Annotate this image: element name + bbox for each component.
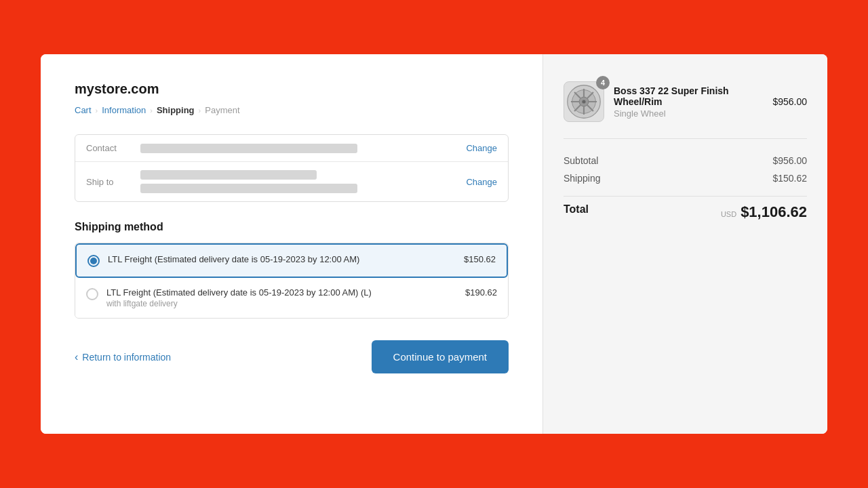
ship-bar-2 [140, 184, 357, 193]
wheel-icon [566, 84, 601, 119]
product-price: $956.00 [772, 96, 807, 107]
total-label: Total [564, 203, 589, 221]
return-label: Return to information [82, 352, 171, 363]
ship-to-label: Ship to [86, 177, 140, 187]
shipping-label: Shipping [564, 173, 601, 184]
product-row: 4 Boss 337 22 Super Finish Wheel/Rim Sin… [564, 81, 807, 139]
ship-to-value [140, 170, 458, 193]
option-2-price: $190.62 [465, 287, 497, 298]
ship-to-change-link[interactable]: Change [466, 177, 497, 187]
contact-row: Contact Change [75, 135, 508, 162]
total-price-wrapper: USD $1,106.62 [721, 203, 807, 221]
shipping-value: $150.62 [772, 173, 807, 184]
subtotal-label: Subtotal [564, 155, 598, 166]
shipping-option-1[interactable]: LTL Freight (Estimated delivery date is … [75, 243, 508, 278]
contact-change-link[interactable]: Change [466, 143, 497, 153]
continue-button[interactable]: Continue to payment [372, 340, 509, 373]
total-row: Total USD $1,106.62 [564, 196, 807, 221]
product-variant: Single Wheel [614, 108, 763, 119]
checkout-container: mystore.com Cart › Information › Shippin… [41, 54, 827, 434]
right-panel: 4 Boss 337 22 Super Finish Wheel/Rim Sin… [542, 54, 827, 434]
contact-value [140, 144, 458, 153]
shipping-method-title: Shipping method [75, 221, 509, 233]
product-name: Boss 337 22 Super Finish Wheel/Rim [614, 85, 763, 107]
breadcrumb-payment: Payment [205, 105, 239, 115]
breadcrumb-shipping: Shipping [157, 105, 195, 115]
total-currency: USD [721, 210, 736, 218]
svg-point-3 [582, 100, 585, 103]
chevron-left-icon: ‹ [75, 351, 78, 363]
shipping-option-2[interactable]: LTL Freight (Estimated delivery date is … [75, 278, 508, 318]
actions-bar: ‹ Return to information Continue to paym… [75, 340, 509, 373]
contact-label: Contact [86, 143, 140, 153]
shipping-options: LTL Freight (Estimated delivery date is … [75, 243, 509, 319]
option-2-title: LTL Freight (Estimated delivery date is … [106, 287, 372, 298]
radio-1 [87, 255, 100, 267]
order-summary: Subtotal $956.00 Shipping $150.62 Total … [564, 155, 807, 221]
shipping-row: Shipping $150.62 [564, 173, 807, 184]
option-1-title: LTL Freight (Estimated delivery date is … [108, 254, 359, 264]
radio-2 [86, 288, 98, 300]
product-badge: 4 [596, 76, 610, 89]
breadcrumb-sep-2: › [150, 106, 153, 115]
breadcrumb-sep-1: › [96, 106, 98, 115]
product-image-wrapper: 4 [564, 81, 604, 122]
option-1-price: $150.62 [464, 254, 496, 264]
store-name: mystore.com [75, 81, 509, 97]
breadcrumb-information[interactable]: Information [102, 105, 146, 115]
contact-ship-box: Contact Change Ship to Change [75, 134, 509, 202]
option-1-content: LTL Freight (Estimated delivery date is … [108, 254, 456, 264]
option-2-content: LTL Freight (Estimated delivery date is … [106, 287, 457, 308]
breadcrumb-sep-3: › [199, 106, 201, 115]
ship-bar-1 [140, 170, 317, 180]
ship-to-row: Ship to Change [75, 162, 508, 201]
subtotal-row: Subtotal $956.00 [564, 155, 807, 166]
product-info: Boss 337 22 Super Finish Wheel/Rim Singl… [614, 85, 763, 119]
breadcrumb: Cart › Information › Shipping › Payment [75, 105, 509, 115]
return-link[interactable]: ‹ Return to information [75, 351, 171, 363]
breadcrumb-cart[interactable]: Cart [75, 105, 92, 115]
contact-placeholder-bar [140, 144, 357, 153]
total-amount: $1,106.62 [741, 203, 807, 221]
option-2-subtitle: with liftgate delivery [106, 299, 457, 308]
left-panel: mystore.com Cart › Information › Shippin… [41, 54, 542, 434]
subtotal-value: $956.00 [772, 155, 807, 166]
radio-inner-1 [90, 258, 97, 264]
